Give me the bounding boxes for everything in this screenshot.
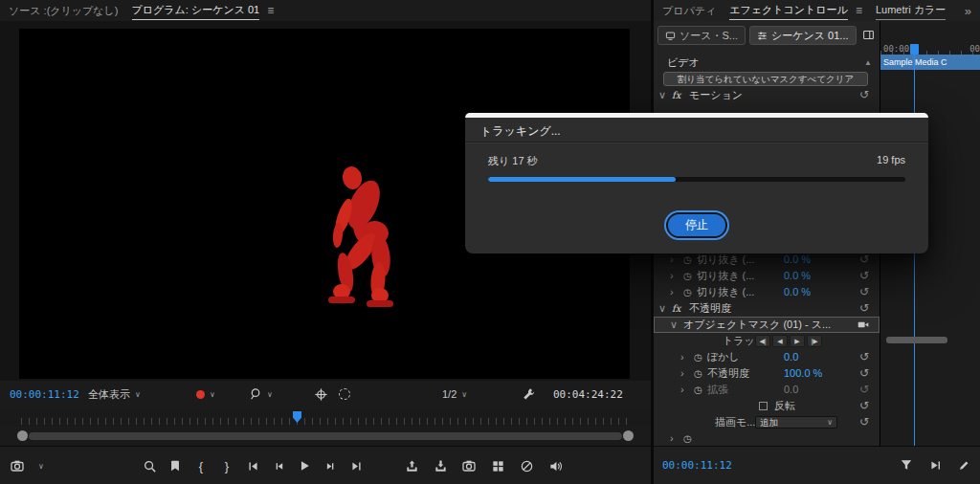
param-row-crop-3[interactable]: › ◷ 切り抜き (... 0.0 % ↺: [654, 284, 880, 300]
param-row-partial[interactable]: › ◷: [654, 430, 880, 446]
blend-mode-dropdown[interactable]: 追加 ∨: [755, 416, 837, 429]
param-row-crop-1[interactable]: › ◷ 切り抜き (... 0.0 % ↺: [654, 252, 880, 268]
play-toggle-button[interactable]: [929, 459, 942, 472]
reset-icon[interactable]: ↺: [859, 268, 869, 284]
reset-icon[interactable]: ↺: [859, 414, 869, 430]
mask-tool-dropdown[interactable]: ∨: [249, 381, 273, 407]
param-value[interactable]: 0.0 %: [784, 252, 811, 268]
chevron-right-icon[interactable]: ›: [670, 284, 674, 300]
param-row-mask-opacity[interactable]: › ◷ 不透明度 100.0 % ↺: [654, 365, 880, 382]
param-row-feather[interactable]: › ◷ ぼかし 0.0 ↺: [654, 349, 880, 365]
step-back-button[interactable]: [269, 454, 288, 477]
tab-effect-controls[interactable]: エフェクトコントロール: [729, 1, 848, 20]
reset-icon[interactable]: ↺: [859, 252, 869, 268]
add-marker-button[interactable]: [166, 454, 185, 477]
reset-icon[interactable]: ↺: [859, 382, 869, 398]
param-value[interactable]: 0.0: [784, 349, 798, 365]
goto-out-button[interactable]: [346, 454, 366, 477]
stopwatch-icon[interactable]: ◷: [694, 349, 702, 365]
zoom-handle-left[interactable]: [17, 430, 28, 441]
effect-timeline-ruler[interactable]: 00:00 00: [880, 21, 980, 55]
tab-properties[interactable]: プロパティ: [662, 4, 716, 18]
param-value[interactable]: 100.0 %: [784, 365, 822, 382]
chevron-down-icon[interactable]: ∨: [670, 317, 678, 333]
param-row-expansion[interactable]: › ◷ 拡張 0.0 ↺: [654, 382, 880, 398]
chevron-right-icon[interactable]: ›: [670, 252, 674, 268]
param-row-crop-2[interactable]: › ◷ 切り抜き (... 0.0 % ↺: [654, 268, 880, 284]
filter-properties-button[interactable]: [900, 458, 913, 472]
reset-icon[interactable]: ↺: [859, 300, 869, 317]
chevron-right-icon[interactable]: ›: [670, 268, 674, 284]
tab-program[interactable]: プログラム: シーケンス 01: [132, 1, 260, 20]
effect-row-motion[interactable]: ∨ fx モーション ↺: [654, 87, 880, 103]
multicam-view-button[interactable]: [488, 454, 507, 477]
export-frame-quick-button[interactable]: [8, 454, 27, 477]
track-backward-button[interactable]: ◀: [772, 335, 788, 347]
footer-timecode[interactable]: 00:00:11:12: [662, 459, 732, 472]
subtab-source-clip[interactable]: ソース・S...: [657, 26, 746, 45]
record-dropdown[interactable]: ∨: [196, 381, 215, 407]
timeline-clip[interactable]: Sample Media C: [880, 55, 980, 70]
zoom-level-dropdown[interactable]: 全体表示 ∨: [88, 381, 141, 407]
object-mask-row[interactable]: ∨ オブジェクトマスク (01) - ス...: [654, 317, 880, 333]
tab-overflow-icon[interactable]: »: [965, 4, 971, 18]
clear-unassigned-masks-button[interactable]: 割り当てられていないマスクすべてクリア: [663, 72, 868, 86]
dashed-circle-button[interactable]: [339, 381, 350, 407]
stopwatch-icon[interactable]: ◷: [683, 430, 692, 446]
stopwatch-icon[interactable]: ◷: [694, 382, 702, 398]
chevron-down-icon[interactable]: ∨: [658, 87, 666, 103]
transport-options-button[interactable]: ∨: [32, 454, 51, 477]
step-forward-button[interactable]: [321, 454, 340, 477]
reset-icon[interactable]: ↺: [859, 284, 869, 300]
stopwatch-icon[interactable]: ◷: [694, 365, 702, 382]
param-value[interactable]: 0.0: [784, 382, 798, 398]
track-forward-button[interactable]: ▶: [790, 335, 805, 347]
tab-source[interactable]: ソース :(クリップなし): [9, 4, 119, 18]
audio-button[interactable]: [546, 454, 565, 477]
play-button[interactable]: [295, 454, 314, 477]
param-value[interactable]: 0.0 %: [784, 268, 811, 284]
panel-menu-icon[interactable]: ≡: [856, 4, 862, 17]
global-fx-mute-button[interactable]: [517, 454, 536, 477]
stopwatch-icon[interactable]: ◷: [683, 252, 692, 268]
chevron-right-icon[interactable]: ›: [680, 382, 684, 398]
stopwatch-icon[interactable]: ◷: [683, 284, 692, 300]
scroll-up-icon[interactable]: ▲: [864, 55, 872, 71]
playback-resolution-dropdown[interactable]: 1/2 ∨: [442, 381, 467, 407]
extract-button[interactable]: [431, 454, 450, 477]
chevron-down-icon[interactable]: ∨: [658, 300, 666, 317]
tracking-target-button[interactable]: [314, 381, 328, 407]
track-backward-to-start-button[interactable]: ◀|: [755, 335, 770, 347]
write-keyframes-button[interactable]: [958, 459, 970, 472]
mark-in-button[interactable]: {: [191, 454, 211, 477]
lift-button[interactable]: [402, 454, 421, 477]
stop-button[interactable]: 停止: [666, 212, 727, 238]
export-frame-button[interactable]: [459, 454, 479, 477]
tab-lumetri-color[interactable]: Lumetri カラー: [876, 1, 946, 20]
track-forward-to-end-button[interactable]: |▶: [807, 335, 822, 347]
monitor-settings-button[interactable]: [522, 381, 535, 407]
reset-icon[interactable]: ↺: [859, 365, 869, 382]
chevron-right-icon[interactable]: ›: [680, 349, 684, 365]
fx-icon[interactable]: fx: [672, 87, 680, 103]
panel-menu-icon[interactable]: ≡: [267, 4, 274, 17]
stopwatch-icon[interactable]: ◷: [683, 268, 692, 284]
zoom-scrollbar-track[interactable]: [29, 432, 622, 440]
effect-row-opacity[interactable]: ∨ fx 不透明度 ↺: [654, 300, 880, 317]
mark-out-button[interactable]: }: [217, 454, 236, 477]
param-value[interactable]: 0.0 %: [784, 284, 811, 300]
invert-checkbox[interactable]: [759, 402, 768, 410]
reset-icon[interactable]: ↺: [859, 349, 869, 365]
current-timecode[interactable]: 00:00:11:12: [10, 381, 79, 407]
fx-icon[interactable]: fx: [672, 300, 680, 317]
timeline-playhead-marker[interactable]: [910, 44, 919, 55]
chevron-right-icon[interactable]: ›: [680, 365, 684, 382]
timeline-scrollbar[interactable]: [886, 337, 947, 343]
monitor-time-ruler[interactable]: [0, 409, 651, 427]
subtab-sequence[interactable]: シーケンス 01...: [749, 26, 857, 45]
reset-icon[interactable]: ↺: [859, 87, 869, 103]
goto-in-button[interactable]: [243, 454, 262, 477]
reset-icon[interactable]: ↺: [859, 398, 869, 414]
compare-view-button[interactable]: [140, 454, 159, 477]
zoom-handle-right[interactable]: [623, 430, 634, 441]
